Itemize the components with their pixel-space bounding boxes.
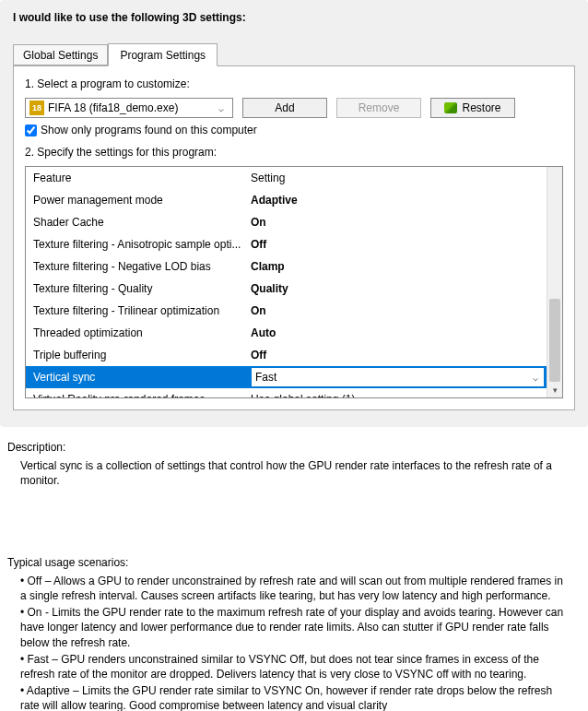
show-only-row[interactable]: Show only programs found on this compute… bbox=[25, 124, 563, 136]
settings-row[interactable]: Texture filtering - QualityQuality bbox=[26, 278, 547, 300]
settings-row[interactable]: Vertical syncFast⌵ bbox=[26, 366, 547, 388]
settings-row[interactable]: Texture filtering - Anisotropic sample o… bbox=[26, 233, 547, 255]
setting-cell[interactable]: Fast⌵ bbox=[251, 367, 545, 387]
show-only-label: Show only programs found on this compute… bbox=[41, 124, 257, 136]
setting-cell: Quality bbox=[251, 282, 541, 295]
settings-row[interactable]: Shader CacheOn bbox=[26, 211, 547, 233]
tab-program-settings[interactable]: Program Settings bbox=[108, 43, 218, 66]
scroll-thumb[interactable] bbox=[549, 299, 560, 382]
description-text: Vertical sync is a collection of setting… bbox=[20, 458, 570, 488]
remove-button: Remove bbox=[336, 98, 421, 118]
setting-cell: Off bbox=[251, 238, 541, 251]
feature-cell: Texture filtering - Quality bbox=[31, 282, 251, 295]
settings-row[interactable]: Triple bufferingOff bbox=[26, 344, 547, 366]
settings-header: Feature Setting bbox=[26, 167, 547, 189]
setting-cell: On bbox=[251, 304, 541, 317]
scenarios-title: Typical usage scenarios: bbox=[7, 555, 570, 570]
show-only-checkbox[interactable] bbox=[25, 124, 37, 136]
scenarios-list: • Off – Allows a GPU to render unconstra… bbox=[20, 574, 570, 711]
feature-cell: Texture filtering - Anisotropic sample o… bbox=[31, 238, 251, 251]
header-feature: Feature bbox=[31, 172, 251, 184]
program-icon: 18 bbox=[29, 101, 44, 115]
settings-row[interactable]: Texture filtering - Trilinear optimizati… bbox=[26, 300, 547, 322]
feature-cell: Power management mode bbox=[31, 194, 251, 207]
add-button[interactable]: Add bbox=[242, 98, 327, 118]
program-select-label: FIFA 18 (fifa18_demo.exe) bbox=[48, 101, 214, 114]
setting-cell: Off bbox=[251, 349, 541, 361]
feature-cell: Threaded optimization bbox=[31, 326, 251, 339]
program-row: 18 FIFA 18 (fifa18_demo.exe) ⌵ Add Remov… bbox=[25, 98, 563, 118]
setting-cell: Clamp bbox=[251, 260, 541, 273]
scroll-down-icon[interactable]: ▾ bbox=[547, 382, 562, 397]
restore-label: Restore bbox=[462, 101, 500, 114]
settings-panel: I would like to use the following 3D set… bbox=[0, 0, 588, 427]
setting-cell: Auto bbox=[251, 326, 541, 339]
step-2-label: 2. Specify the settings for this program… bbox=[25, 146, 563, 159]
scenario-item: • Adaptive – Limits the GPU render rate … bbox=[20, 683, 570, 711]
chevron-down-icon: ⌵ bbox=[533, 373, 544, 383]
restore-button[interactable]: Restore bbox=[430, 98, 515, 118]
settings-row[interactable]: Power management modeAdaptive bbox=[26, 189, 547, 211]
settings-row[interactable]: Threaded optimizationAuto bbox=[26, 322, 547, 344]
tab-page-program-settings: 1. Select a program to customize: 18 FIF… bbox=[13, 65, 575, 410]
setting-cell: Use global setting (1) bbox=[251, 393, 541, 397]
description-title: Description: bbox=[7, 440, 570, 455]
scenario-item: • Fast – GPU renders unconstrained simil… bbox=[20, 652, 570, 681]
scrollbar[interactable]: ▾ bbox=[547, 167, 562, 397]
settings-table: Feature Setting Power management modeAda… bbox=[26, 167, 547, 397]
tab-global-settings[interactable]: Global Settings bbox=[13, 44, 108, 65]
nvidia-icon bbox=[444, 102, 457, 113]
scenario-item: • Off – Allows a GPU to render unconstra… bbox=[20, 574, 570, 603]
header-setting: Setting bbox=[251, 172, 541, 184]
setting-value: Fast bbox=[255, 371, 276, 384]
setting-cell: Adaptive bbox=[251, 194, 541, 207]
scenario-item: • On - Limits the GPU render rate to the… bbox=[20, 605, 570, 650]
description-section: Description: Vertical sync is a collecti… bbox=[0, 427, 588, 711]
settings-row[interactable]: Texture filtering - Negative LOD biasCla… bbox=[26, 255, 547, 278]
feature-cell: Texture filtering - Trilinear optimizati… bbox=[31, 304, 251, 317]
feature-cell: Texture filtering - Negative LOD bias bbox=[31, 260, 251, 273]
chevron-down-icon: ⌵ bbox=[214, 103, 229, 113]
settings-list: Feature Setting Power management modeAda… bbox=[25, 166, 563, 398]
feature-cell: Vertical sync bbox=[31, 371, 251, 384]
tab-bar: Global Settings Program Settings bbox=[13, 42, 575, 65]
step-1-label: 1. Select a program to customize: bbox=[25, 77, 563, 90]
settings-row[interactable]: Virtual Reality pre-rendered framesUse g… bbox=[26, 388, 547, 397]
program-select[interactable]: 18 FIFA 18 (fifa18_demo.exe) ⌵ bbox=[25, 98, 233, 118]
feature-cell: Virtual Reality pre-rendered frames bbox=[31, 393, 251, 397]
setting-cell: On bbox=[251, 216, 541, 229]
panel-heading: I would like to use the following 3D set… bbox=[13, 11, 575, 24]
feature-cell: Shader Cache bbox=[31, 216, 251, 229]
feature-cell: Triple buffering bbox=[31, 349, 251, 361]
